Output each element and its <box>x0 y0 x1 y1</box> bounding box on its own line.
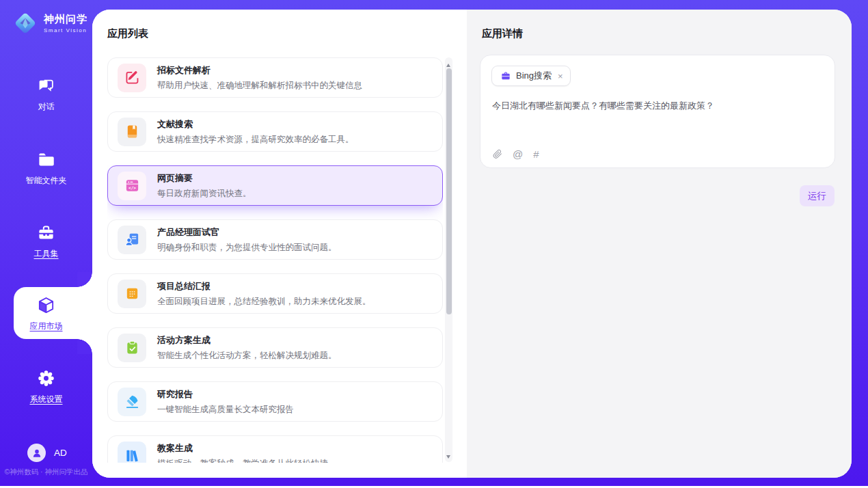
scrollbar-thumb[interactable] <box>446 68 452 314</box>
copyright-footer: ©神州数码 · 神州问学出品 <box>0 467 92 477</box>
sidebar-item-4[interactable]: 系统设置 <box>0 369 92 405</box>
app-card-description: 全面回顾项目进展，总结经验教训，助力未来优化发展。 <box>157 296 371 308</box>
app-card-title: 教案生成 <box>157 442 328 455</box>
prompt-input[interactable]: 今日湖北有哪些新闻要点？有哪些需要关注的最新政策？ <box>492 99 824 113</box>
app-detail-panel: 应用详情 Bing搜索 × 今日湖北有哪些新闻要点？有哪些需要关注的最新政策？ … <box>467 10 852 478</box>
app-card-description: 模板驱动，教案秒成，教学准备从此轻松快捷 <box>157 458 328 463</box>
sidebar-item-2[interactable]: 工具集 <box>0 223 92 260</box>
app-card[interactable]: 项目总结汇报 全面回顾项目进展，总结经验教训，助力未来优化发展。 <box>107 273 443 314</box>
sidebar-item-label: 对话 <box>0 101 92 113</box>
app-icon-tile <box>118 172 146 200</box>
sidebar: 神州问学 Smart Vision 对话 智能文件夹 工具集 应用市场 系统设置… <box>0 0 92 486</box>
main-content: 应用列表 招标文件解析 帮助用户快速、准确地理解和解析招标书中的关键信息 文献搜… <box>92 10 852 478</box>
clipboard-check-icon <box>124 340 140 355</box>
pen-icon <box>124 394 140 409</box>
books-icon <box>124 448 140 463</box>
sidebar-item-label: 智能文件夹 <box>0 175 92 187</box>
app-icon-tile <box>118 64 146 92</box>
prompt-toolbar: @ # <box>492 149 539 159</box>
app-card-description: 快速精准查找学术资源，提高研究效率的必备工具。 <box>157 134 354 146</box>
app-card[interactable]: 研究报告 一键智能生成高质量长文本研究报告 <box>107 381 443 422</box>
app-list-title: 应用列表 <box>107 27 148 40</box>
app-icon-tile <box>118 280 146 308</box>
note-icon <box>124 286 140 301</box>
app-card-title: 网页摘要 <box>157 172 252 185</box>
app-card-description: 智能生成个性化活动方案，轻松解决规划难题。 <box>157 350 337 362</box>
app-card[interactable]: 产品经理面试官 明确身份和职责，为您提供专业性的面试问题。 <box>107 219 443 260</box>
app-card-title: 项目总结汇报 <box>157 280 371 293</box>
app-card-description: 一键智能生成高质量长文本研究报告 <box>157 404 294 416</box>
user-name: AD <box>54 448 67 458</box>
tag-close-icon[interactable]: × <box>558 71 563 81</box>
webpage-icon <box>124 178 140 193</box>
app-card-description: 帮助用户快速、准确地理解和解析招标书中的关键信息 <box>157 80 362 92</box>
app-card[interactable]: 文献搜索 快速精准查找学术资源，提高研究效率的必备工具。 <box>107 111 443 152</box>
gear-icon <box>37 369 55 388</box>
app-card-title: 研究报告 <box>157 388 294 401</box>
sidebar-item-label: 系统设置 <box>0 394 92 405</box>
cube-icon <box>37 296 55 314</box>
scroll-up-arrow[interactable] <box>445 59 452 68</box>
scroll-down-arrow[interactable] <box>445 452 452 460</box>
user-account[interactable]: AD <box>27 444 67 462</box>
app-icon-tile <box>118 334 146 362</box>
tool-tag-bing-search[interactable]: Bing搜索 × <box>491 66 571 86</box>
app-card[interactable]: 网页摘要 每日政府新闻资讯快查。 <box>107 165 443 206</box>
sidebar-item-3[interactable]: 应用市场 <box>0 296 92 332</box>
hashtag-icon[interactable]: # <box>533 149 539 159</box>
app-card-title: 活动方案生成 <box>157 334 337 347</box>
sidebar-item-label: 工具集 <box>0 248 92 260</box>
prompt-card: Bing搜索 × 今日湖北有哪些新闻要点？有哪些需要关注的最新政策？ @ # <box>480 55 835 168</box>
sidebar-item-label: 应用市场 <box>0 321 92 332</box>
paperclip-icon[interactable] <box>492 149 502 159</box>
chat-icon <box>37 77 55 95</box>
user-icon <box>31 448 42 459</box>
app-detail-title: 应用详情 <box>482 27 523 40</box>
interviewer-icon <box>124 232 140 247</box>
app-card-title: 招标文件解析 <box>157 64 362 77</box>
tool-tag-label: Bing搜索 <box>516 70 552 82</box>
app-icon-tile <box>118 388 146 416</box>
app-card[interactable]: 教案生成 模板驱动，教案秒成，教学准备从此轻松快捷 <box>107 435 443 463</box>
app-list-panel: 应用列表 招标文件解析 帮助用户快速、准确地理解和解析招标书中的关键信息 文献搜… <box>92 10 467 478</box>
avatar <box>27 444 46 462</box>
app-list-scrollbar[interactable] <box>445 57 452 462</box>
mention-icon[interactable]: @ <box>513 149 523 159</box>
edit-doc-icon <box>124 70 140 85</box>
app-icon-tile <box>118 442 146 463</box>
app-card-description: 每日政府新闻资讯快查。 <box>157 188 252 200</box>
app-list: 招标文件解析 帮助用户快速、准确地理解和解析招标书中的关键信息 文献搜索 快速精… <box>107 57 443 463</box>
app-card[interactable]: 活动方案生成 智能生成个性化活动方案，轻松解决规划难题。 <box>107 327 443 368</box>
folder-icon <box>37 150 55 169</box>
app-icon-tile <box>118 226 146 254</box>
app-card-description: 明确身份和职责，为您提供专业性的面试问题。 <box>157 242 337 254</box>
sidebar-item-1[interactable]: 智能文件夹 <box>0 150 92 187</box>
book-icon <box>124 124 140 139</box>
app-card-title: 产品经理面试官 <box>157 226 337 239</box>
app-card-title: 文献搜索 <box>157 118 354 131</box>
run-button[interactable]: 运行 <box>800 185 835 206</box>
app-icon-tile <box>118 118 146 146</box>
app-window: 神州问学 Smart Vision 对话 智能文件夹 工具集 应用市场 系统设置… <box>0 0 868 486</box>
toolbox-icon <box>37 223 55 242</box>
briefcase-icon <box>500 70 511 81</box>
sidebar-nav: 对话 智能文件夹 工具集 应用市场 系统设置 <box>0 0 92 486</box>
app-card[interactable]: 招标文件解析 帮助用户快速、准确地理解和解析招标书中的关键信息 <box>107 57 443 98</box>
sidebar-item-0[interactable]: 对话 <box>0 77 92 113</box>
